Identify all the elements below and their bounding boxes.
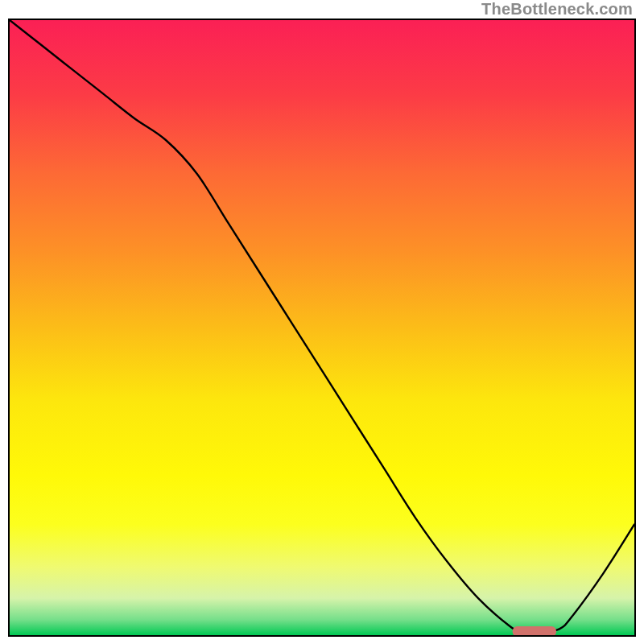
optimal-marker [513, 626, 556, 635]
chart-svg [10, 20, 634, 635]
chart-background [10, 20, 634, 635]
watermark-text: TheBottleneck.com [481, 0, 633, 19]
bottleneck-chart [8, 19, 636, 637]
